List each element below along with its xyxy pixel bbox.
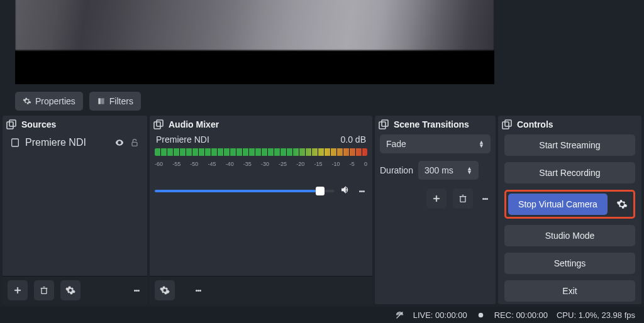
transition-current: Fade xyxy=(386,139,406,149)
stop-virtual-camera-button[interactable]: Stop Virtual Camera xyxy=(508,194,608,215)
sources-dock: Sources Premiere NDI xyxy=(3,116,147,304)
svg-point-16 xyxy=(478,313,483,318)
mute-button[interactable] xyxy=(340,184,351,198)
svg-rect-3 xyxy=(9,120,16,126)
virtual-camera-highlight: Stop Virtual Camera xyxy=(504,190,635,219)
audio-meter xyxy=(155,148,367,156)
svg-rect-2 xyxy=(7,122,13,129)
meter-ticks: -60-55-50-45-40-35-30-25-20-15-10-50 xyxy=(155,161,367,167)
svg-rect-10 xyxy=(379,122,386,129)
svg-rect-1 xyxy=(101,98,104,104)
svg-rect-4 xyxy=(12,139,19,146)
popout-icon[interactable] xyxy=(502,119,512,129)
mixer-channel-menu[interactable] xyxy=(356,181,367,201)
controls-title: Controls xyxy=(517,119,553,129)
transition-select[interactable]: Fade ▲▼ xyxy=(380,134,491,153)
start-recording-button[interactable]: Start Recording xyxy=(504,162,635,183)
transitions-dock: Scene Transitions Fade ▲▼ Duration 300 m… xyxy=(375,116,496,304)
gear-icon xyxy=(23,97,31,106)
transitions-title: Scene Transitions xyxy=(394,119,469,129)
popout-icon[interactable] xyxy=(153,119,164,129)
svg-rect-0 xyxy=(98,98,101,104)
studio-mode-button[interactable]: Studio Mode xyxy=(504,225,635,246)
svg-rect-6 xyxy=(42,288,47,294)
volume-knob[interactable] xyxy=(316,187,325,195)
filters-button[interactable]: Filters xyxy=(89,92,141,111)
preview-canvas[interactable] xyxy=(15,0,494,84)
svg-rect-14 xyxy=(505,120,511,126)
svg-point-9 xyxy=(166,292,168,293)
advanced-audio-button[interactable] xyxy=(155,280,175,300)
duration-value: 300 ms xyxy=(425,165,453,175)
svg-rect-8 xyxy=(157,120,163,126)
settings-button[interactable]: Settings xyxy=(504,253,635,274)
svg-rect-12 xyxy=(460,197,465,202)
recording-icon xyxy=(476,310,486,320)
performance-status: CPU: 1.0%, 23.98 fps xyxy=(557,310,635,320)
remove-source-button[interactable] xyxy=(34,280,54,300)
live-status: LIVE: 00:00:00 xyxy=(413,310,467,320)
popout-icon[interactable] xyxy=(379,119,389,129)
source-type-icon xyxy=(10,138,20,148)
filters-icon xyxy=(97,97,106,106)
visibility-icon[interactable] xyxy=(114,138,125,148)
preview-image xyxy=(15,0,494,50)
svg-rect-13 xyxy=(502,122,509,129)
lock-icon[interactable] xyxy=(130,138,140,148)
add-transition-button[interactable] xyxy=(426,189,447,209)
source-item[interactable]: Premiere NDI xyxy=(8,134,142,151)
filters-label: Filters xyxy=(109,96,133,106)
source-name: Premiere NDI xyxy=(25,137,86,148)
svg-rect-11 xyxy=(382,120,388,126)
mixer-channel-name: Premiere NDI xyxy=(156,134,209,145)
popout-icon[interactable] xyxy=(6,119,16,129)
add-source-button[interactable] xyxy=(8,280,28,300)
audio-mixer-dock: Audio Mixer Premiere NDI 0.0 dB -60-55-5… xyxy=(150,116,372,304)
duration-label: Duration xyxy=(380,165,413,175)
remove-transition-button[interactable] xyxy=(453,189,473,209)
source-properties-button[interactable] xyxy=(60,280,80,300)
svg-rect-7 xyxy=(154,122,160,129)
properties-label: Properties xyxy=(35,96,75,106)
mixer-title: Audio Mixer xyxy=(169,119,219,129)
sources-menu-button[interactable] xyxy=(131,280,142,300)
transition-menu-button[interactable] xyxy=(479,189,491,209)
svg-rect-5 xyxy=(132,142,137,146)
controls-dock: Controls Start Streaming Start Recording… xyxy=(498,116,641,304)
status-bar: LIVE: 00:00:00 REC: 00:00:00 CPU: 1.0%, … xyxy=(0,307,644,323)
sources-title: Sources xyxy=(21,119,56,129)
volume-fill xyxy=(155,190,320,192)
volume-slider[interactable] xyxy=(155,190,335,192)
virtual-camera-settings-button[interactable] xyxy=(613,195,631,214)
chevron-updown-icon: ▲▼ xyxy=(467,167,472,174)
duration-stepper[interactable]: 300 ms ▲▼ xyxy=(418,161,479,180)
chevron-updown-icon: ▲▼ xyxy=(479,140,484,148)
exit-button[interactable]: Exit xyxy=(504,280,635,302)
start-streaming-button[interactable]: Start Streaming xyxy=(504,134,635,156)
mixer-menu-button[interactable] xyxy=(192,280,204,300)
rec-status: REC: 00:00:00 xyxy=(494,310,548,320)
mixer-level: 0.0 dB xyxy=(341,134,366,145)
connection-icon xyxy=(395,310,404,320)
properties-button[interactable]: Properties xyxy=(15,92,83,111)
